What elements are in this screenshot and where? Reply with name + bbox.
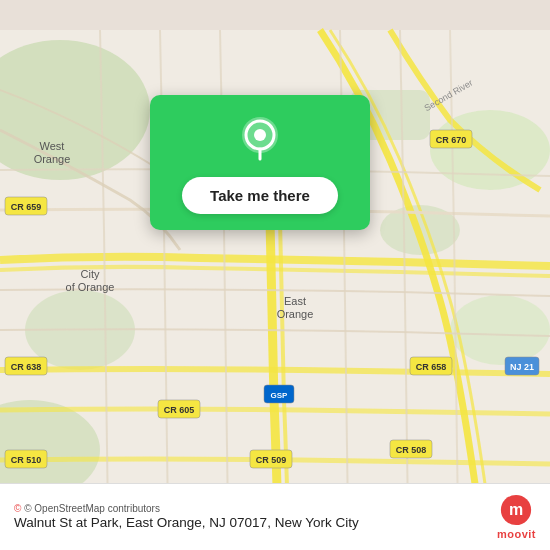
svg-text:CR 658: CR 658 [416, 362, 447, 372]
moovit-text: moovit [497, 528, 536, 540]
osm-attribution: © © OpenStreetMap contributors [14, 503, 485, 514]
svg-text:CR 509: CR 509 [256, 455, 287, 465]
map-background: CR 659 CR 670 CR 638 CR 605 CR 510 CR 50… [0, 0, 550, 550]
bottom-left: © © OpenStreetMap contributors Walnut St… [14, 501, 485, 533]
svg-text:West: West [40, 140, 65, 152]
svg-point-5 [450, 295, 550, 365]
pin-icon [234, 113, 286, 165]
svg-point-37 [254, 129, 266, 141]
svg-text:m: m [509, 501, 523, 518]
map-container: CR 659 CR 670 CR 638 CR 605 CR 510 CR 50… [0, 0, 550, 550]
svg-text:CR 670: CR 670 [436, 135, 467, 145]
svg-text:City: City [81, 268, 100, 280]
svg-text:NJ 21: NJ 21 [510, 362, 534, 372]
svg-text:East: East [284, 295, 306, 307]
svg-text:CR 508: CR 508 [396, 445, 427, 455]
svg-text:CR 605: CR 605 [164, 405, 195, 415]
moovit-icon: m [500, 494, 532, 526]
svg-text:CR 659: CR 659 [11, 202, 42, 212]
svg-text:CR 638: CR 638 [11, 362, 42, 372]
svg-text:Orange: Orange [277, 308, 314, 320]
take-me-there-button[interactable]: Take me there [182, 177, 338, 214]
svg-text:Orange: Orange [34, 153, 71, 165]
svg-text:CR 510: CR 510 [11, 455, 42, 465]
address-text: Walnut St at Park, East Orange, NJ 07017… [14, 514, 485, 533]
svg-text:of Orange: of Orange [66, 281, 115, 293]
location-card: Take me there [150, 95, 370, 230]
svg-text:GSP: GSP [271, 391, 289, 400]
bottom-bar: © © OpenStreetMap contributors Walnut St… [0, 483, 550, 550]
moovit-logo: m moovit [497, 494, 536, 540]
